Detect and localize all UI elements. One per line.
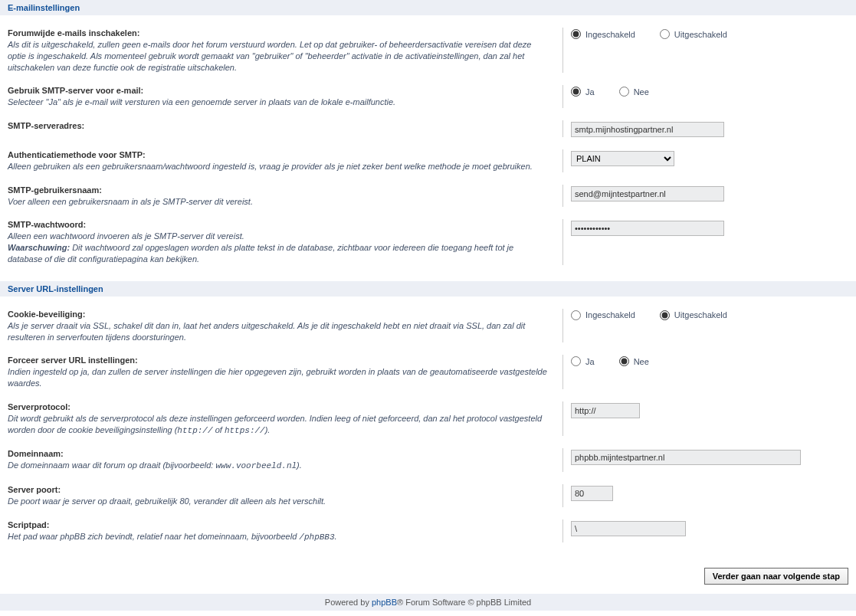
enable-email-off[interactable]: Uitgeschakeld	[660, 29, 727, 39]
enable-email-label: Forumwijde e-mails inschakelen:	[8, 28, 549, 39]
submit-row: Verder gaan naar volgende stap	[0, 559, 856, 594]
email-settings-panel: E-mailinstellingen Forumwijde e-mails in…	[0, 0, 856, 280]
smtp-user-desc: Voer alleen een gebruikersnaam in als je…	[8, 196, 549, 208]
footer: Powered by phpBB® Forum Software © phpBB…	[0, 594, 856, 611]
cookie-secure-on[interactable]: Ingeschakeld	[571, 310, 635, 320]
force-url-yes[interactable]: Ja	[571, 356, 595, 366]
smtp-user-label: SMTP-gebruikersnaam:	[8, 185, 549, 196]
cookie-secure-on-radio[interactable]	[571, 310, 581, 320]
server-url-heading: Server URL-instellingen	[0, 281, 856, 297]
server-port-label: Server poort:	[8, 484, 549, 496]
script-path-desc: Het pad waar phpBB zich bevindt, relatie…	[8, 531, 549, 543]
domain-label: Domeinnaam:	[8, 448, 549, 460]
cookie-secure-label: Cookie-beveiliging:	[8, 309, 549, 320]
use-smtp-label: Gebruik SMTP-server voor e-mail:	[8, 85, 549, 97]
server-port-desc: De poort waar je server op draait, gebru…	[8, 496, 549, 507]
smtp-address-input[interactable]	[571, 122, 724, 137]
force-url-no[interactable]: Nee	[619, 356, 649, 366]
enable-email-on[interactable]: Ingeschakeld	[571, 29, 635, 39]
smtp-auth-label: Authenticatiemethode voor SMTP:	[8, 149, 549, 161]
force-url-desc: Indien ingesteld op ja, dan zullen de se…	[8, 366, 549, 389]
use-smtp-yes[interactable]: Ja	[571, 87, 595, 97]
smtp-pass-desc: Alleen een wachtwoord invoeren als je SM…	[8, 231, 549, 265]
use-smtp-no[interactable]: Nee	[619, 87, 649, 97]
script-path-label: Scriptpad:	[8, 519, 549, 531]
domain-desc: De domeinnaam waar dit forum op draait (…	[8, 460, 549, 472]
footer-phpbb-link[interactable]: phpBB	[372, 598, 397, 607]
server-protocol-input[interactable]	[571, 403, 640, 418]
smtp-address-label: SMTP-serveradres:	[8, 120, 549, 132]
smtp-auth-select[interactable]: PLAIN	[571, 151, 674, 166]
force-url-no-radio[interactable]	[619, 356, 629, 366]
server-port-input[interactable]	[571, 486, 613, 501]
enable-email-off-radio[interactable]	[660, 29, 670, 39]
cookie-secure-off[interactable]: Uitgeschakeld	[660, 310, 727, 320]
use-smtp-yes-radio[interactable]	[571, 87, 581, 97]
smtp-auth-desc: Alleen gebruiken als een gebruikersnaam/…	[8, 161, 549, 172]
smtp-pass-input[interactable]	[571, 221, 724, 236]
next-step-button[interactable]: Verder gaan naar volgende stap	[704, 568, 848, 585]
enable-email-on-radio[interactable]	[571, 29, 581, 39]
server-protocol-label: Serverprotocol:	[8, 401, 549, 413]
use-smtp-no-radio[interactable]	[619, 87, 629, 97]
force-url-yes-radio[interactable]	[571, 356, 581, 366]
script-path-input[interactable]	[571, 521, 686, 536]
cookie-secure-off-radio[interactable]	[660, 310, 670, 320]
server-protocol-desc: Dit wordt gebruikt als de serverprotocol…	[8, 413, 549, 437]
smtp-pass-label: SMTP-wachtwoord:	[8, 219, 549, 231]
cookie-secure-desc: Als je server draait via SSL, schakel di…	[8, 320, 549, 343]
smtp-user-input[interactable]	[571, 186, 724, 202]
domain-input[interactable]	[571, 450, 801, 465]
force-url-label: Forceer server URL instellingen:	[8, 355, 549, 366]
email-settings-heading: E-mailinstellingen	[0, 0, 856, 15]
enable-email-desc: Als dit is uitgeschakeld, zullen geen e-…	[8, 39, 549, 74]
use-smtp-desc: Selecteer "Ja" als je e-mail wilt verstu…	[8, 97, 549, 108]
server-url-panel: Server URL-instellingen Cookie-beveiligi…	[0, 281, 856, 559]
